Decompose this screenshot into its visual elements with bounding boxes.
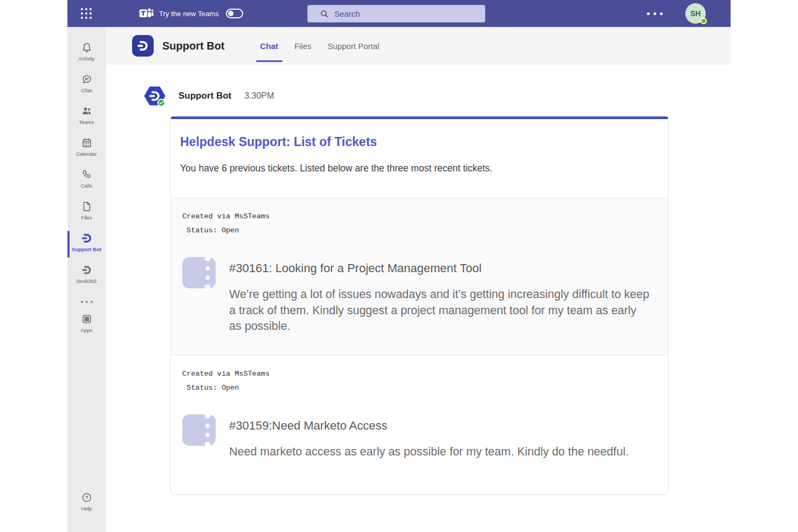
- sidebar-item-label: Chat: [81, 87, 92, 93]
- card-intro: You have 6 previous tickets. Listed belo…: [180, 163, 659, 174]
- more-dots-icon: [80, 295, 94, 308]
- sidebar-item-label: Files: [81, 215, 92, 220]
- sidebar-item-label: Activity: [78, 56, 94, 61]
- file-icon: [81, 200, 93, 213]
- page-title: Support Bot: [162, 40, 225, 52]
- sidebar-item-teams[interactable]: Teams: [67, 105, 106, 129]
- bell-icon: [81, 41, 93, 54]
- chat-bubble-icon: [81, 73, 93, 86]
- topbar: Try the new Teams Search SH: [67, 0, 731, 27]
- presence-indicator: [700, 18, 707, 24]
- try-new-teams-label: Try the new Teams: [159, 10, 219, 18]
- sidebar-item-support-bot[interactable]: Support Bot: [67, 232, 106, 257]
- ticket-icon: [182, 257, 216, 335]
- sidebar-item-label: Apps: [81, 327, 93, 333]
- search-input[interactable]: Search: [307, 5, 485, 23]
- ticket-title: #30159:Need Marketo Access: [229, 419, 629, 433]
- ticket-section: Created via MsSTeams Status: Open: [171, 198, 668, 356]
- app-frame: Activity Chat: [67, 27, 731, 532]
- sidebar-item-chat[interactable]: Chat: [67, 73, 106, 98]
- card-title: Helpdesk Support: List of Tickets: [180, 135, 659, 149]
- teams-app-window: Try the new Teams Search SH: [67, 0, 731, 532]
- ticket-body: #30159:Need Marketo Access Need marketo …: [229, 414, 629, 460]
- sidebar-item-desk365[interactable]: Desk365: [67, 264, 106, 288]
- toggle-knob: [228, 11, 233, 16]
- desk365-d-icon: [80, 232, 93, 245]
- ticket-icon: [182, 414, 216, 460]
- ticket-status-line: Status: Open: [182, 224, 657, 238]
- svg-text:?: ?: [85, 494, 88, 500]
- people-icon: [81, 105, 93, 118]
- help-question-icon: ?: [81, 491, 93, 504]
- search-placeholder: Search: [334, 9, 360, 18]
- desk365-d-icon: [81, 264, 93, 277]
- apps-grid-icon: [81, 313, 93, 326]
- sidebar-item-label: Calendar: [76, 151, 97, 157]
- sidebar-item-help[interactable]: ? Help: [67, 491, 106, 516]
- screenshot-stage: Try the new Teams Search SH: [0, 0, 798, 532]
- message-header: Support Bot 3.30PM: [143, 85, 731, 107]
- support-bot-avatar: [143, 85, 167, 107]
- ticket-description: Need marketo access as early as possible…: [229, 444, 629, 460]
- waffle-menu-icon[interactable]: [79, 6, 94, 21]
- sidebar-item-apps[interactable]: Apps: [67, 313, 106, 337]
- topbar-right: SH: [647, 3, 731, 24]
- message-timestamp: 3.30PM: [244, 91, 274, 101]
- phone-icon: [81, 168, 93, 181]
- new-teams-toggle[interactable]: [226, 9, 243, 18]
- sidebar-item-label: Help: [81, 506, 92, 512]
- ticket-body: #30161: Looking for a Project Management…: [229, 257, 650, 335]
- sidebar-item-label: Calls: [81, 183, 92, 189]
- sidebar: Activity Chat: [67, 27, 106, 532]
- message-sender: Support Bot: [178, 91, 231, 101]
- sidebar-item-calendar[interactable]: Calendar: [67, 136, 106, 161]
- app-header: Support Bot Chat Files Support Portal: [106, 27, 731, 65]
- support-bot-app-icon: [132, 35, 154, 57]
- main-panel: Support Bot Chat Files Support Portal: [106, 27, 731, 532]
- ticket-title: #30161: Looking for a Project Management…: [229, 261, 650, 275]
- tab-bar: Chat Files Support Portal: [259, 27, 381, 65]
- tab-chat[interactable]: Chat: [259, 27, 279, 65]
- ticket-row: #30159:Need Marketo Access Need marketo …: [182, 414, 657, 460]
- tab-support-portal[interactable]: Support Portal: [327, 27, 381, 65]
- ticket-status-line: Status: Open: [182, 381, 657, 395]
- sidebar-item-label: Desk365: [77, 278, 97, 284]
- ticket-row: #30161: Looking for a Project Management…: [182, 257, 657, 335]
- ticket-description: We’re getting a lot of issues nowadays a…: [229, 287, 650, 335]
- sidebar-item-label: Teams: [79, 119, 94, 125]
- ticket-created-line: Created via MsSTeams: [182, 210, 657, 224]
- more-options-icon[interactable]: [647, 12, 663, 15]
- sidebar-item-files[interactable]: Files: [67, 200, 106, 225]
- ticket-created-line: Created via MsSTeams: [182, 367, 657, 381]
- sidebar-item-activity[interactable]: Activity: [67, 41, 106, 66]
- chat-area: Support Bot 3.30PM Helpdesk Support: Lis…: [106, 65, 731, 532]
- ticket-section: Created via MsSTeams Status: Open: [171, 356, 668, 495]
- search-icon: [320, 9, 329, 18]
- calendar-icon: [81, 136, 93, 149]
- ticket-list-card: Helpdesk Support: List of Tickets You ha…: [170, 116, 669, 495]
- avatar[interactable]: SH: [685, 3, 706, 24]
- avatar-initials: SH: [690, 9, 700, 18]
- sidebar-item-more[interactable]: [67, 295, 106, 308]
- teams-logo-icon: [138, 5, 154, 22]
- sidebar-item-label: Support Bot: [72, 246, 101, 252]
- sidebar-item-calls[interactable]: Calls: [67, 168, 106, 193]
- tab-files[interactable]: Files: [293, 27, 313, 65]
